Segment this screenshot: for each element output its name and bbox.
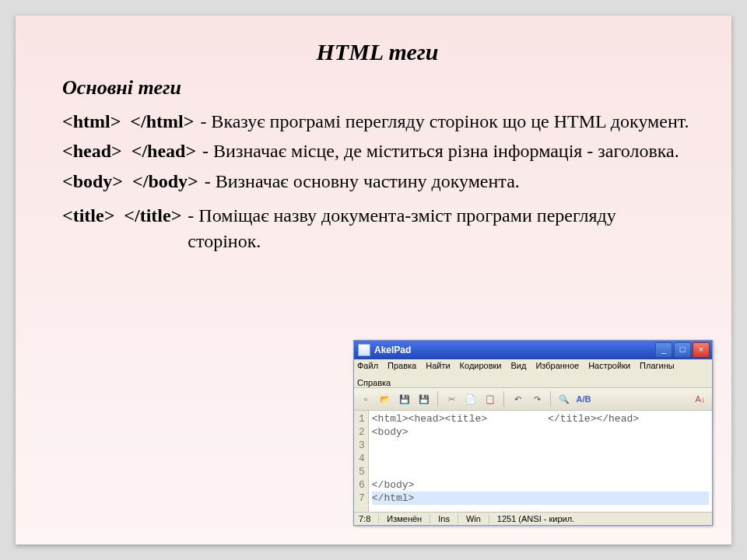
menu-edit[interactable]: Правка xyxy=(388,361,416,370)
menu-favorites[interactable]: Избранное xyxy=(535,361,579,370)
toolbar: ▫ 📂 💾 💾 ✂ 📄 📋 ↶ ↷ 🔍 A/B A↓ xyxy=(354,388,712,411)
menu-view[interactable]: Вид xyxy=(511,361,527,370)
line-number: 4 xyxy=(359,452,365,465)
window-title: AkelPad xyxy=(374,345,655,355)
line-gutter: 1 2 3 4 5 6 7 xyxy=(354,411,369,512)
code-line: <body> xyxy=(372,425,709,439)
find-icon[interactable]: 🔍 xyxy=(556,391,572,407)
sort-icon[interactable]: A↓ xyxy=(693,391,708,407)
line-number: 5 xyxy=(359,465,365,478)
minimize-button[interactable]: _ xyxy=(655,342,672,358)
line-number: 3 xyxy=(359,439,365,452)
menu-encoding[interactable]: Кодировки xyxy=(460,361,502,370)
slide: HTML теги Основні теги <html> </html> - … xyxy=(16,16,731,544)
tag-pair: <head> </head> xyxy=(62,138,196,163)
tag-row: <head> </head> - Визначає місце, де міст… xyxy=(62,138,693,163)
tag-pair: <body> </body> xyxy=(62,169,198,194)
code-line xyxy=(372,465,709,478)
status-position: 7:8 xyxy=(357,514,379,523)
status-modified: Изменён xyxy=(379,514,430,523)
separator xyxy=(437,391,438,407)
code-line: </body> xyxy=(372,478,709,492)
tag-desc: - Визначає основну частину документа. xyxy=(198,169,520,194)
line-number: 2 xyxy=(359,425,365,439)
save-icon[interactable]: 💾 xyxy=(397,391,412,407)
status-platform: Win xyxy=(458,514,489,523)
save-all-icon[interactable]: 💾 xyxy=(416,391,432,407)
menubar: Файл Правка Найти Кодировки Вид Избранно… xyxy=(354,359,712,388)
new-file-icon[interactable]: ▫ xyxy=(358,391,374,407)
code-area[interactable]: <html><head><title> </title></head> <bod… xyxy=(369,411,712,512)
tag-row: <title> </title> - Поміщає назву докумен… xyxy=(62,203,693,254)
tag-desc: - Визначає місце, де міститься різна інф… xyxy=(196,138,679,163)
editor-window: AkelPad _ □ × Файл Правка Найти Кодировк… xyxy=(353,340,713,526)
app-icon xyxy=(358,344,370,356)
menu-plugins[interactable]: Плагины xyxy=(640,361,675,370)
maximize-button[interactable]: □ xyxy=(674,342,691,358)
status-encoding: 1251 (ANSI - кирил. xyxy=(489,514,709,523)
redo-icon[interactable]: ↷ xyxy=(529,391,545,407)
code-line-current: </html> xyxy=(372,492,709,505)
line-number: 1 xyxy=(359,412,365,425)
close-button[interactable]: × xyxy=(693,342,710,358)
code-line xyxy=(372,439,709,452)
status-insert: Ins xyxy=(430,514,458,523)
line-number: 7 xyxy=(359,492,365,505)
code-line xyxy=(372,452,709,465)
editor-area[interactable]: 1 2 3 4 5 6 7 <html><head><title> </titl… xyxy=(354,411,712,512)
slide-title: HTML теги xyxy=(62,39,693,65)
slide-subtitle: Основні теги xyxy=(62,76,693,100)
tag-pair: <title> </title> xyxy=(62,203,181,254)
menu-file[interactable]: Файл xyxy=(357,361,378,370)
bold-icon[interactable]: A/B xyxy=(576,391,591,407)
separator xyxy=(503,391,504,407)
menu-settings[interactable]: Настройки xyxy=(588,361,630,370)
separator xyxy=(550,391,551,407)
tag-desc: - Вказує програмі перегляду сторінок що … xyxy=(194,109,689,134)
menu-find[interactable]: Найти xyxy=(426,361,450,370)
tag-row: <body> </body> - Визначає основну частин… xyxy=(62,169,693,194)
tag-row: <html> </html> - Вказує програмі перегля… xyxy=(62,109,693,134)
tag-desc: - Поміщає назву документа-зміст програми… xyxy=(181,203,693,254)
menu-help[interactable]: Справка xyxy=(357,378,391,387)
line-number: 6 xyxy=(359,478,365,492)
cut-icon[interactable]: ✂ xyxy=(444,391,459,407)
titlebar[interactable]: AkelPad _ □ × xyxy=(354,341,712,359)
status-bar: 7:8 Изменён Ins Win 1251 (ANSI - кирил. xyxy=(354,512,712,525)
open-icon[interactable]: 📂 xyxy=(377,391,393,407)
undo-icon[interactable]: ↶ xyxy=(510,391,525,407)
paste-icon[interactable]: 📋 xyxy=(482,391,498,407)
copy-icon[interactable]: 📄 xyxy=(463,391,479,407)
code-line: <html><head><title> </title></head> xyxy=(372,412,709,425)
window-buttons: _ □ × xyxy=(655,342,710,358)
tag-pair: <html> </html> xyxy=(62,109,194,134)
